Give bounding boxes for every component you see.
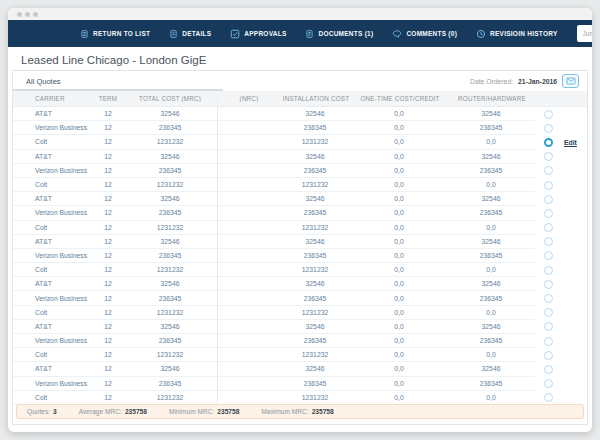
cell-nrc — [217, 150, 279, 164]
column-header-router-hardware: ROUTER/HARDWARE — [448, 95, 536, 102]
cell-term: 12 — [93, 221, 123, 235]
quote-select-radio[interactable] — [544, 351, 553, 360]
quotes-table-body: AT&T 12 32546 32546 0,0 32546 Verizon Bu… — [13, 107, 587, 405]
quote-row: Colt 12 1231232 1231232 0,0 0,0 — [13, 263, 587, 277]
quote-select-radio[interactable] — [544, 237, 553, 246]
cell-total-cost-mrc: 32546 — [123, 277, 217, 291]
quote-select-radio[interactable] — [544, 337, 553, 346]
cell-total-cost-mrc: 1231232 — [123, 263, 217, 277]
quote-select-radio[interactable] — [544, 308, 553, 317]
jump-to-input[interactable] — [577, 25, 592, 42]
quote-select-radio[interactable] — [544, 280, 553, 289]
top-navbar: RETURN TO LIST DETAILS APPROVALS DOCUMEN… — [8, 20, 592, 47]
quote-select-radio[interactable] — [544, 138, 553, 147]
envelope-icon[interactable] — [562, 74, 579, 88]
quote-select-radio[interactable] — [544, 322, 553, 331]
cell-one-time-cost-credit: 0,0 — [351, 348, 447, 362]
cell-term: 12 — [93, 107, 123, 121]
summary-value: 235758 — [217, 408, 239, 415]
quote-row: Verizon Business 12 236345 236345 0,0 23… — [13, 121, 587, 135]
nav-details[interactable]: DETAILS — [169, 29, 211, 39]
cell-nrc — [217, 164, 279, 178]
cell-installation-cost: 1231232 — [279, 391, 351, 405]
cell-total-cost-mrc: 1231232 — [123, 348, 217, 362]
cell-installation-cost: 236345 — [279, 206, 351, 220]
window-control-dot[interactable] — [25, 12, 30, 17]
cell-total-cost-mrc: 32546 — [123, 150, 217, 164]
cell-router-hardware: 32546 — [447, 277, 535, 291]
cell-nrc — [217, 221, 279, 235]
nav-return-to-list[interactable]: RETURN TO LIST — [80, 29, 150, 39]
tab-all-quotes[interactable]: All Quotes — [13, 77, 61, 86]
cell-carrier: AT&T — [13, 235, 93, 249]
cell-one-time-cost-credit: 0,0 — [351, 206, 447, 220]
cell-total-cost-mrc: 32546 — [123, 320, 217, 334]
nav-revision-history[interactable]: REVISIOIN HISTORY — [476, 29, 557, 39]
window-control-dot[interactable] — [33, 12, 38, 17]
quote-select-radio[interactable] — [544, 124, 553, 133]
cell-installation-cost: 1231232 — [279, 263, 351, 277]
summary-label: Quotes: — [27, 408, 50, 415]
cell-nrc — [217, 291, 279, 305]
quote-select-radio[interactable] — [544, 294, 553, 303]
quote-select-radio[interactable] — [544, 110, 553, 119]
cell-installation-cost: 1231232 — [279, 306, 351, 320]
cell-term: 12 — [93, 206, 123, 220]
column-header-carrier: CARRIER — [13, 95, 93, 102]
cell-one-time-cost-credit: 0,0 — [351, 320, 447, 334]
quotes-summary-bar: Quotes: 3 Average MRC: 235758 Minimum MR… — [16, 404, 584, 419]
quote-row: Verizon Business 12 236345 236345 0,0 23… — [13, 249, 587, 263]
cell-carrier: AT&T — [13, 107, 93, 121]
quote-select-radio[interactable] — [544, 209, 553, 218]
quote-row: AT&T 12 32546 32546 0,0 32546 — [13, 320, 587, 334]
summary-label: Average MRC: — [79, 408, 122, 415]
cell-installation-cost: 32546 — [279, 150, 351, 164]
quote-select-radio[interactable] — [544, 166, 553, 175]
cell-nrc — [217, 249, 279, 263]
cell-one-time-cost-credit: 0,0 — [351, 334, 447, 348]
quote-row: Verizon Business 12 236345 236345 0,0 23… — [13, 291, 587, 305]
nav-label: COMMENTS (0) — [406, 30, 457, 37]
column-header-installation-cost: INSTALLATION COST — [280, 95, 352, 102]
cell-installation-cost: 1231232 — [279, 221, 351, 235]
cell-nrc — [217, 348, 279, 362]
cell-total-cost-mrc: 32546 — [123, 107, 217, 121]
cell-carrier: Colt — [13, 391, 93, 405]
cell-one-time-cost-credit: 0,0 — [351, 377, 447, 391]
quote-row: AT&T 12 32546 32546 0,0 32546 — [13, 150, 587, 164]
quote-select-radio[interactable] — [544, 195, 553, 204]
nav-documents[interactable]: DOCUMENTS (1) — [305, 29, 373, 39]
quote-row: AT&T 12 32546 32546 0,0 32546 — [13, 277, 587, 291]
cell-router-hardware: 0,0 — [447, 178, 535, 192]
cell-one-time-cost-credit: 0,0 — [351, 150, 447, 164]
quote-select-radio[interactable] — [544, 379, 553, 388]
quote-select-radio[interactable] — [544, 181, 553, 190]
column-header-nrc: (NRC) — [217, 95, 280, 102]
cell-router-hardware: 236345 — [447, 249, 535, 263]
cell-term: 12 — [93, 178, 123, 192]
quote-select-radio[interactable] — [544, 251, 553, 260]
date-ordered-value: 21-Jan-2016 — [518, 78, 557, 85]
summary-average-mrc: Average MRC: 235758 — [79, 408, 147, 415]
quote-select-radio[interactable] — [544, 223, 553, 232]
quotes-card: All Quotes Date Ordered: 21-Jan-2016 CAR… — [12, 70, 588, 425]
cell-router-hardware: 32546 — [447, 235, 535, 249]
cell-carrier: Colt — [13, 178, 93, 192]
edit-link[interactable]: Edit — [564, 139, 577, 146]
quote-row: Colt 12 1231232 1231232 0,0 0,0 — [13, 391, 587, 405]
summary-quotes: Quotes: 3 — [27, 408, 57, 415]
nav-comments[interactable]: COMMENTS (0) — [392, 29, 457, 39]
nav-approvals[interactable]: APPROVALS — [230, 29, 286, 39]
cell-term: 12 — [93, 348, 123, 362]
cell-installation-cost: 236345 — [279, 249, 351, 263]
quote-select-radio[interactable] — [544, 266, 553, 275]
quote-select-radio[interactable] — [544, 152, 553, 161]
date-ordered-label: Date Ordered: — [470, 78, 513, 85]
window-control-dot[interactable] — [17, 12, 22, 17]
quote-select-radio[interactable] — [544, 365, 553, 374]
cell-nrc — [217, 235, 279, 249]
cell-carrier: AT&T — [13, 320, 93, 334]
quote-select-radio[interactable] — [544, 393, 553, 402]
cell-term: 12 — [93, 121, 123, 135]
cell-router-hardware: 32546 — [447, 107, 535, 121]
